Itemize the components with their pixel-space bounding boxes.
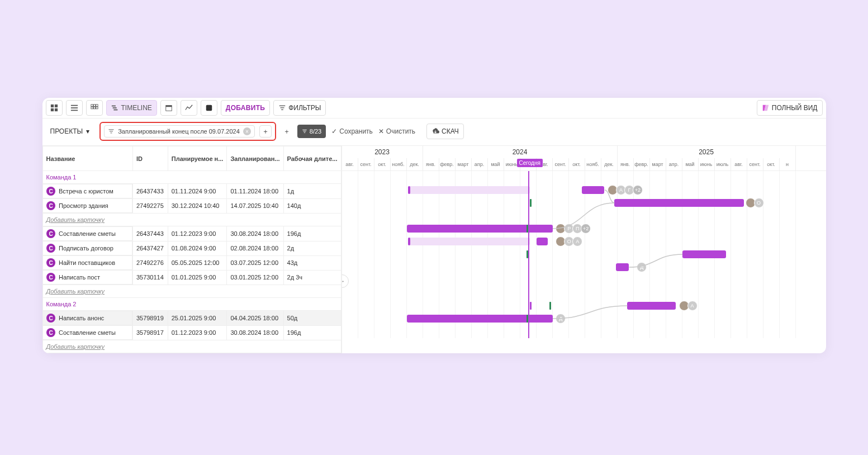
month-label: окт. (763, 158, 780, 170)
svg-rect-1 (54, 105, 57, 107)
view-list-icon[interactable] (66, 100, 83, 116)
filter-count-pill[interactable]: 8/23 (297, 125, 326, 138)
view-calendar-icon[interactable] (160, 100, 177, 116)
assignee-avatars[interactable]: АГ+2 (609, 185, 643, 195)
gantt-bar[interactable] (407, 225, 553, 233)
add-card-row[interactable]: Добавить карточку (42, 340, 341, 353)
gantt-row[interactable]: АГ+2 (342, 184, 826, 197)
view-dark-icon[interactable] (201, 100, 217, 116)
col-plan-end[interactable]: Запланирован... (227, 146, 283, 171)
avatar-overflow[interactable]: +2 (633, 185, 643, 195)
save-filter-button[interactable]: ✓ Сохранить (331, 127, 373, 135)
assignee-avatars[interactable]: РП+2 (557, 224, 591, 234)
task-name: Составление сметы (59, 329, 116, 336)
assignee-avatars[interactable]: Д (638, 262, 647, 272)
table-row[interactable]: СНаписать пост3573011401.01.2025 9:0003.… (42, 270, 341, 285)
add-filter-outer-button[interactable]: ＋ (282, 125, 292, 138)
filter-bar: ПРОЕКТЫ ▾ Запланированный конец после 09… (42, 119, 826, 146)
filters-button[interactable]: ФИЛЬТРЫ (273, 100, 326, 116)
timeline-label: TIMELINE (121, 104, 152, 112)
gantt-add-row[interactable] (342, 325, 826, 338)
avatar-initial[interactable]: А (687, 301, 698, 311)
table-row[interactable]: СПодписать договор2643742701.08.2024 9:0… (42, 241, 341, 255)
gantt-bar[interactable] (614, 199, 744, 207)
gantt-body[interactable]: Сегодня АГ+2ОРП+2ОАДАД (342, 171, 826, 338)
view-timeline-button[interactable]: TIMELINE (106, 100, 157, 116)
col-name[interactable]: Название (42, 146, 132, 171)
month-label: н (780, 158, 796, 170)
today-line (528, 171, 529, 338)
svg-rect-27 (304, 132, 306, 133)
view-grid-icon[interactable] (86, 100, 103, 116)
month-label: февр. (439, 158, 456, 170)
add-card-row[interactable]: Добавить карточку (42, 214, 341, 226)
download-button[interactable]: СКАЧ (426, 124, 464, 139)
projects-dropdown[interactable]: ПРОЕКТЫ ▾ (46, 124, 94, 139)
year-label: 2024 (423, 146, 618, 158)
gantt-row[interactable]: Д (342, 261, 826, 274)
month-label: нояб. (391, 158, 407, 170)
gantt-bar[interactable] (537, 238, 548, 245)
month-label: сент. (553, 158, 569, 170)
view-chart-icon[interactable] (181, 100, 197, 116)
card-type-badge: С (46, 258, 55, 267)
avatar-initial[interactable]: О (754, 198, 764, 208)
clear-filter-button[interactable]: ✕ Очистить (378, 127, 415, 135)
gantt-bar[interactable] (407, 315, 553, 323)
gantt-row[interactable]: О (342, 197, 826, 210)
gantt-bar-planned[interactable] (408, 186, 530, 194)
avatar-initial[interactable]: А (572, 236, 582, 247)
month-label: март (650, 158, 666, 170)
group-row[interactable]: Команда 1 (42, 171, 341, 184)
gantt-row[interactable]: А (342, 300, 826, 312)
task-name: Составление сметы (59, 230, 116, 237)
add-button[interactable]: ДОБАВИТЬ (221, 100, 270, 116)
table-row[interactable]: ССоставление сметы3579891701.12.2023 9:0… (42, 325, 341, 340)
avatar-overflow[interactable]: +2 (581, 224, 591, 234)
gantt-bar-planned[interactable] (408, 238, 530, 245)
table-row[interactable]: СНаписать анонс3579891925.01.2025 9:0004… (42, 311, 341, 326)
gantt-add-row[interactable] (342, 274, 826, 287)
table-row[interactable]: СНайти поставщиков2749227605.05.2025 12:… (42, 255, 341, 270)
card-type-badge: С (46, 328, 55, 337)
gantt-group-row (342, 171, 826, 184)
table-row[interactable]: СВстреча с юристом2643743301.11.2024 9:0… (42, 184, 341, 199)
remove-filter-icon[interactable]: × (243, 127, 251, 135)
assignee-avatars[interactable]: О (747, 198, 764, 208)
svg-rect-10 (91, 107, 93, 109)
group-row[interactable]: Команда 2 (42, 298, 341, 311)
gantt-add-row[interactable] (342, 210, 826, 222)
gantt-header: 202320242025 авг.сент.окт.нояб.дек.янв.ф… (342, 146, 826, 171)
assignee-avatars[interactable]: Д (557, 314, 566, 324)
filter-chip-planned-end[interactable]: Запланированный конец после 09.07.2024 × (104, 125, 255, 138)
col-plan-start[interactable]: Планируемое н... (168, 146, 227, 171)
assignee-avatars[interactable]: А (681, 301, 698, 311)
gantt-bar[interactable] (616, 263, 629, 271)
avatar-initial[interactable]: Д (556, 314, 566, 324)
gantt-bar[interactable] (582, 186, 605, 194)
add-filter-button[interactable]: ＋ (259, 125, 272, 138)
gantt-row[interactable]: ОА (342, 235, 826, 248)
svg-rect-23 (110, 131, 113, 131)
month-label: окт. (569, 158, 585, 170)
svg-rect-4 (70, 105, 77, 106)
add-card-row[interactable]: Добавить карточку (42, 285, 341, 298)
gantt-group-row (342, 287, 826, 300)
assignee-avatars[interactable]: ОА (557, 236, 582, 247)
gantt-bar[interactable] (627, 302, 676, 310)
svg-rect-25 (302, 130, 307, 130)
table-row[interactable]: ССоставление сметы2643744301.12.2023 9:0… (42, 226, 341, 241)
gantt-chart[interactable]: ↔ 202320242025 авг.сент.окт.нояб.дек.янв… (342, 146, 826, 353)
view-dashboard-icon[interactable] (46, 100, 63, 116)
fullview-button[interactable]: ПОЛНЫЙ ВИД (757, 100, 823, 116)
col-duration[interactable]: Рабочая длите... (283, 146, 341, 171)
gantt-row[interactable]: Д (342, 312, 826, 325)
svg-rect-2 (50, 108, 53, 111)
gantt-row[interactable]: РП+2 (342, 222, 826, 235)
col-id[interactable]: ID (132, 146, 168, 171)
svg-rect-13 (111, 106, 115, 107)
gantt-row[interactable] (342, 248, 826, 261)
avatar-initial[interactable]: Д (637, 262, 647, 272)
table-row[interactable]: СПросмотр здания2749227530.12.2024 10:40… (42, 198, 341, 214)
gantt-bar[interactable] (682, 250, 726, 258)
